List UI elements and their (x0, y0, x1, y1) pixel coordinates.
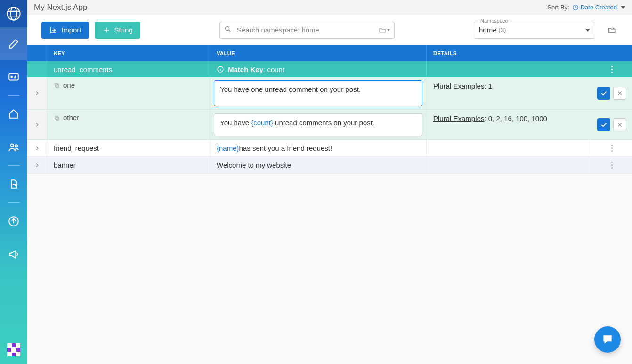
search-input[interactable] (219, 22, 395, 39)
app-title: My Next.js App (34, 3, 87, 12)
chat-icon (601, 333, 614, 346)
nav-home[interactable] (0, 97, 27, 130)
svg-rect-12 (55, 116, 58, 119)
confirm-button[interactable] (597, 118, 610, 131)
nav-upload[interactable] (0, 205, 27, 238)
nav-translate[interactable] (0, 60, 27, 93)
namespace-picker-icon[interactable] (379, 26, 390, 34)
info-icon (217, 65, 224, 73)
app-logo (0, 0, 27, 27)
svg-rect-11 (56, 117, 59, 120)
sort-dropdown[interactable]: Date Created (572, 4, 625, 11)
cancel-button[interactable] (613, 118, 626, 131)
copy-icon[interactable] (54, 82, 60, 89)
table-row: banner Welcome to my website (27, 157, 632, 174)
svg-point-0 (7, 7, 20, 20)
import-button[interactable]: Import (41, 22, 89, 39)
plural-subrow: one Plural Examples: 1 (27, 77, 632, 110)
caret-down-icon (585, 29, 590, 32)
clock-icon (572, 4, 579, 11)
search-icon (224, 25, 232, 35)
nav-app-icon[interactable] (7, 343, 20, 356)
value-editor[interactable] (214, 80, 422, 106)
svg-point-3 (11, 144, 14, 147)
strings-table: KEY VALUE DETAILS unread_comments Match … (27, 45, 632, 174)
cancel-button[interactable] (613, 87, 626, 100)
svg-rect-2 (9, 74, 18, 80)
row-menu-button[interactable] (611, 145, 613, 152)
svg-point-4 (15, 145, 17, 147)
svg-point-7 (226, 26, 229, 30)
value-display[interactable]: You have {count} unread comments on your… (214, 113, 422, 136)
import-icon (49, 26, 57, 34)
col-details: DETAILS (427, 45, 591, 61)
expand-button[interactable] (27, 157, 47, 173)
plural-key-row: unread_comments Match Key: count (27, 61, 632, 77)
svg-rect-9 (56, 85, 59, 88)
expand-button[interactable] (27, 140, 47, 156)
caret-down-icon (387, 29, 390, 31)
value-cell[interactable]: Welcome to my website (210, 157, 427, 173)
nav-edit[interactable] (0, 27, 27, 60)
nav-export[interactable] (0, 168, 27, 201)
col-value: VALUE (210, 45, 427, 61)
table-header: KEY VALUE DETAILS (27, 45, 632, 61)
col-key: KEY (47, 45, 210, 61)
copy-icon[interactable] (54, 115, 60, 121)
sort-label: Sort By: (547, 4, 569, 11)
table-row: friend_request {name} has sent you a fri… (27, 140, 632, 157)
confirm-button[interactable] (597, 87, 610, 100)
row-menu-button[interactable] (611, 162, 613, 169)
svg-rect-10 (55, 84, 58, 87)
nav-announce[interactable] (0, 238, 27, 271)
caret-down-icon (621, 6, 625, 9)
plural-key-name: unread_comments (47, 61, 210, 77)
add-namespace-button[interactable] (605, 23, 619, 37)
plural-subrow: other You have {count} unread comments o… (27, 110, 632, 140)
row-menu-button[interactable] (611, 66, 613, 73)
folder-icon (379, 26, 386, 34)
folder-plus-icon (608, 26, 616, 34)
topbar: My Next.js App Sort By: Date Created (27, 0, 632, 15)
plus-icon (102, 26, 111, 34)
expand-button[interactable] (27, 110, 47, 139)
toolbar: Import String Namespace home (3) (27, 15, 632, 45)
add-string-button[interactable]: String (95, 22, 140, 39)
svg-point-1 (10, 7, 17, 20)
expand-button[interactable] (27, 77, 47, 109)
value-cell[interactable]: {name} has sent you a friend request! (210, 140, 427, 156)
chat-button[interactable] (594, 326, 621, 353)
namespace-select[interactable]: Namespace home (3) (474, 22, 595, 39)
sidebar (0, 0, 27, 364)
nav-team[interactable] (0, 130, 27, 163)
